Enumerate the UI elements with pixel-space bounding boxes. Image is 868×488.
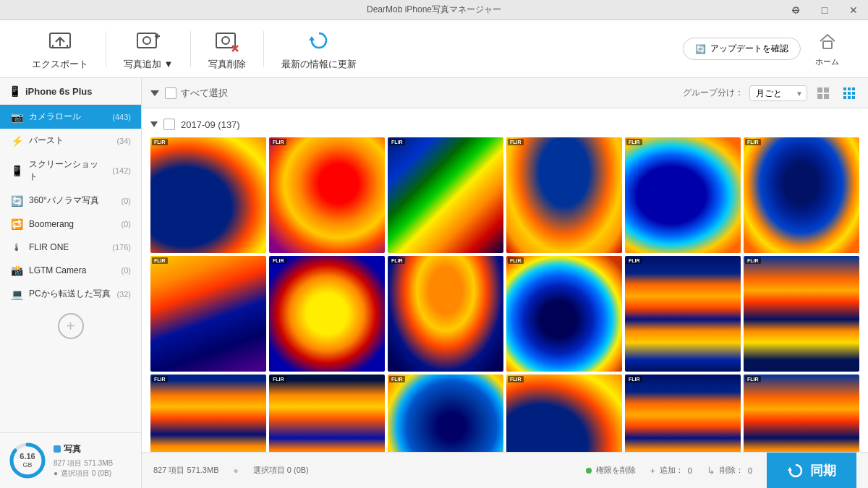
svg-rect-26	[852, 96, 855, 99]
photo-thumb[interactable]: FLIR	[625, 256, 741, 372]
sync-label: 同期	[810, 462, 836, 479]
photo-thumb[interactable]: FLIR	[625, 137, 741, 253]
svg-rect-14	[817, 87, 822, 93]
sidebar-item-lgtm[interactable]: 📸 LGTM Camera (0)	[0, 259, 141, 282]
flir-badge: FLIR	[271, 257, 286, 264]
storage-info: 写真 827 項目 571.3MB ●選択項目 0 (0B)	[54, 443, 132, 479]
photo-thumb[interactable]: FLIR	[625, 374, 741, 452]
sidebar-item-boomerang[interactable]: 🔁 Boomerang (0)	[0, 213, 141, 236]
sync-icon	[787, 462, 804, 479]
photo-thumb[interactable]: FLIR	[388, 256, 503, 372]
photo-thumb[interactable]: FLIR	[388, 374, 503, 452]
flir-badge: FLIR	[152, 257, 168, 264]
photo-thumb[interactable]: FLIR	[506, 256, 622, 372]
photo-thumb[interactable]: FLIR	[506, 374, 622, 452]
sidebar-items: 📷 カメラロール (443) ⚡ バースト (34) 📱 スクリーンショット (…	[0, 105, 141, 306]
photo-thumb[interactable]: FLIR	[150, 137, 266, 253]
sidebar-item-camera-roll[interactable]: 📷 カメラロール (443)	[0, 105, 141, 129]
svg-rect-18	[843, 87, 846, 90]
add-status: + 追加： 0	[650, 465, 692, 476]
sidebar-label-boomerang: Boomerang	[29, 219, 116, 229]
add-photo-button[interactable]: 写真追加 ▼	[106, 22, 190, 77]
photo-thumb[interactable]: FLIR	[506, 137, 622, 253]
svg-point-3	[143, 37, 150, 44]
photo-thumb[interactable]: FLIR	[150, 256, 266, 372]
sidebar-count-burst: (34)	[116, 137, 131, 145]
svg-marker-10	[309, 36, 315, 40]
group-checkbox[interactable]	[163, 119, 175, 130]
refresh-button[interactable]: 最新の情報に更新	[264, 22, 374, 77]
photo-thumb[interactable]: FLIR	[388, 137, 503, 253]
sidebar-label-panorama: 360°パノラマ写真	[29, 194, 116, 207]
svg-rect-25	[848, 96, 851, 99]
maximize-button[interactable]: □	[810, 0, 839, 20]
group-select[interactable]: 月ごと 日ごと 年ごと	[749, 85, 807, 101]
svg-rect-11	[823, 41, 832, 48]
flir-badge: FLIR	[271, 139, 286, 145]
view-grid-small-button[interactable]	[813, 83, 833, 103]
photo-thumb[interactable]: FLIR	[744, 256, 859, 372]
add-album-button[interactable]: +	[58, 313, 84, 339]
select-all-button[interactable]: すべて選択	[165, 87, 228, 100]
sidebar-item-panorama[interactable]: 🔄 360°パノラマ写真 (0)	[0, 189, 141, 213]
content-toolbar: すべて選択 グループ分け： 月ごと 日ごと 年ごと ▼	[142, 78, 868, 108]
flir-badge: FLIR	[389, 139, 405, 145]
delete-label: 削除：	[720, 465, 744, 476]
delete-photo-button[interactable]: 写真削除	[191, 22, 263, 77]
sidebar-label-camera-roll: カメラロール	[29, 111, 106, 123]
minimize-button[interactable]: ─	[781, 0, 810, 20]
sync-button[interactable]: 同期	[767, 453, 856, 489]
photo-thumb[interactable]: FLIR	[744, 137, 859, 253]
sidebar-item-burst[interactable]: ⚡ バースト (34)	[0, 129, 141, 153]
close-button[interactable]: ✕	[839, 0, 868, 20]
sidebar-icon-camera-roll: 📷	[10, 111, 23, 123]
statusbar: 827 項目 571.3MB ● 選択項目 0 (0B) 権限を削除 + 追加：…	[142, 452, 868, 488]
svg-rect-17	[824, 94, 829, 99]
home-label: ホーム	[815, 56, 839, 67]
sidebar-count-panorama: (0)	[122, 197, 131, 205]
sidebar-item-screenshot[interactable]: 📱 スクリーンショット (142)	[0, 153, 141, 189]
add-count: 0	[688, 466, 692, 475]
flir-badge: FLIR	[626, 139, 642, 145]
storage-type-row: 写真	[54, 443, 132, 455]
select-all-label: すべて選択	[181, 87, 228, 100]
storage-detail: 827 項目 571.3MB	[54, 458, 132, 468]
storage-circle: 6.16 GB	[9, 442, 46, 479]
refresh-icon	[306, 27, 332, 53]
export-button[interactable]: エクスポート	[14, 22, 106, 77]
flir-badge: FLIR	[389, 257, 405, 264]
group-collapse-button[interactable]	[150, 121, 158, 127]
select-all-checkbox[interactable]	[165, 87, 176, 99]
sidebar-label-flir: FLIR ONE	[29, 242, 106, 252]
photo-thumb[interactable]: FLIR	[150, 374, 266, 452]
home-button[interactable]: ホーム	[801, 25, 854, 73]
photo-thumb[interactable]: FLIR	[269, 374, 385, 452]
delete-status: ↳ 削除： 0	[707, 465, 752, 476]
sidebar-icon-screenshot: 📱	[10, 165, 23, 176]
app-title: DearMob iPhone写真マネージャー	[367, 4, 501, 16]
sidebar-count-pc-transfer: (32)	[116, 290, 131, 299]
sidebar-icon-flir: 🌡	[10, 241, 23, 253]
status-selected: 選択項目 0 (0B)	[253, 465, 309, 476]
photo-thumb[interactable]: FLIR	[744, 374, 859, 452]
sidebar-label-burst: バースト	[29, 134, 111, 147]
toolbar: エクスポート 写真追加 ▼ 写真削除 最新の情報に更新 🔄 アップデートを確認 …	[0, 20, 868, 78]
storage-gb-unit: GB	[20, 461, 35, 469]
home-icon	[817, 31, 838, 53]
group-label: グループ分け：	[683, 87, 744, 99]
arrow-icon: ↳	[707, 465, 715, 476]
group-title: 2017-09 (137)	[181, 119, 240, 130]
sidebar-item-pc-transfer[interactable]: 💻 PCから転送した写真 (32)	[0, 282, 141, 306]
content-area: すべて選択 グループ分け： 月ごと 日ごと 年ごと ▼	[142, 78, 868, 488]
view-grid-large-button[interactable]	[839, 83, 859, 103]
update-button[interactable]: 🔄 アップデートを確認	[683, 38, 801, 60]
sidebar-item-flir[interactable]: 🌡 FLIR ONE (176)	[0, 236, 141, 259]
device-header: 📱 iPhone 6s Plus	[0, 78, 141, 105]
sidebar-count-camera-roll: (443)	[112, 113, 131, 121]
window-controls: ─ □ ✕	[781, 0, 868, 20]
expand-icon[interactable]	[150, 90, 159, 96]
sidebar: 📱 iPhone 6s Plus 📷 カメラロール (443) ⚡ バースト (…	[0, 78, 142, 488]
photo-thumb[interactable]: FLIR	[269, 256, 385, 372]
photo-thumb[interactable]: FLIR	[269, 137, 385, 253]
main-area: 📱 iPhone 6s Plus 📷 カメラロール (443) ⚡ バースト (…	[0, 78, 868, 488]
